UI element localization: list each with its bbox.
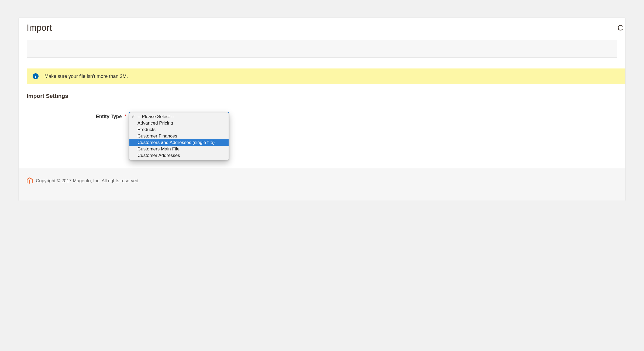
- copyright-text: Copyright © 2017 Magento, Inc. All right…: [36, 178, 140, 184]
- entity-type-label-wrap: Entity Type *: [27, 112, 126, 119]
- entity-type-select[interactable]: -- Please Select --Advanced PricingProdu…: [129, 112, 229, 121]
- title-bar: Import C: [19, 18, 625, 37]
- info-notice: i Make sure your file isn't more than 2M…: [27, 68, 625, 84]
- notice-text: Make sure your file isn't more than 2M.: [44, 74, 128, 79]
- entity-type-label: Entity Type: [96, 114, 122, 119]
- dropdown-option[interactable]: -- Please Select --: [129, 113, 229, 120]
- dropdown-option[interactable]: Customer Addresses: [129, 152, 229, 159]
- required-indicator: *: [125, 114, 126, 119]
- page-footer: Copyright © 2017 Magento, Inc. All right…: [19, 168, 625, 201]
- page-title: Import: [27, 23, 52, 33]
- dropdown-option[interactable]: Customer Finances: [129, 133, 229, 139]
- truncated-button-letter: C: [617, 23, 623, 32]
- dropdown-option[interactable]: Customers and Addresses (single file): [129, 139, 229, 146]
- dropdown-option[interactable]: Advanced Pricing: [129, 120, 229, 126]
- magento-logo-icon: [27, 177, 33, 184]
- entity-type-row: Entity Type * -- Please Select --Advance…: [27, 112, 617, 121]
- dropdown-option[interactable]: Products: [129, 126, 229, 133]
- toolbar-strip: [27, 40, 617, 58]
- dropdown-option[interactable]: Customers Main File: [129, 146, 229, 152]
- entity-type-dropdown[interactable]: -- Please Select --Advanced PricingProdu…: [129, 112, 229, 160]
- import-settings-heading: Import Settings: [27, 93, 617, 99]
- info-icon: i: [33, 73, 39, 79]
- import-page: Import C i Make sure your file isn't mor…: [18, 18, 626, 201]
